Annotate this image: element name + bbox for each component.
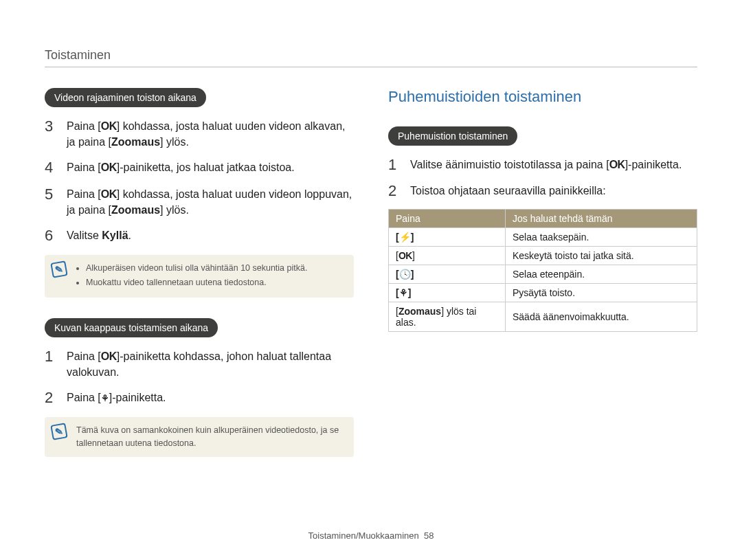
step-text: Valitse Kyllä. [67,227,131,243]
left-column: Videon rajaaminen toiston aikana 3 Paina… [45,88,354,478]
action-cell: Selaa eteenpäin. [506,265,697,284]
step-number: 1 [388,157,403,173]
bold-text: Zoomaus [111,136,160,148]
bold-text: Zoomaus [111,204,160,216]
timer-icon: [🕓] [396,269,414,280]
text-frag: ] ylös. [160,136,189,148]
table-header-row: Paina Jos haluat tehdä tämän [389,210,697,228]
controls-table: Paina Jos haluat tehdä tämän [⚡] Selaa t… [388,209,697,332]
page-header-title: Toistaminen [45,48,111,62]
step-number: 5 [45,186,60,203]
ok-key-icon: OK [101,188,117,200]
step-text: Toistoa ohjataan seuraavilla painikkeill… [410,183,606,199]
frame-capture-steps: 1 Paina [OK]-painiketta kohdassa, johon … [45,348,354,407]
bold-text: Zoomaus [398,306,441,317]
key-cell-timer: [🕓] [389,265,506,284]
pill-frame-capture: Kuvan kaappaus toistamisen aikana [45,318,218,337]
video-trim-steps: 3 Paina [OK] kohdassa, josta haluat uude… [45,118,354,244]
page-header: Toistaminen [45,48,697,67]
right-column: Puhemuistioiden toistaminen Puhemuistion… [388,88,697,478]
note-item: Alkuperäisen videon tulisi olla vähintää… [86,262,344,275]
key-cell-zoom: [Zoomaus] ylös tai alas. [389,302,506,332]
table-row: [⚡] Selaa taaksepäin. [389,228,697,247]
action-cell: Selaa taaksepäin. [506,228,697,247]
pill-voice-playback: Puhemuistion toistaminen [388,126,517,146]
table-header-action: Jos haluat tehdä tämän [506,210,697,228]
text-frag: Paina [ [67,120,101,132]
note-item: Muokattu video tallennetaan uutena tiedo… [86,276,344,289]
action-cell: Keskeytä toisto tai jatka sitä. [506,247,697,265]
note-icon: ✎ [50,423,67,440]
step-voice-2: 2 Toistoa ohjataan seuraavilla painikkei… [388,183,697,199]
macro-icon: [⚘] [396,287,411,298]
step-video-4: 4 Paina [OK]-painiketta, jos haluat jatk… [45,159,354,176]
key-cell-flash: [⚡] [389,228,506,247]
table-row: [OK] Keskeytä toisto tai jatka sitä. [389,247,697,265]
text-frag: Valitse [67,229,102,241]
text-frag: ]-painiketta, jos haluat jatkaa toistoa. [117,161,295,173]
step-number: 2 [388,183,403,199]
step-video-6: 6 Valitse Kyllä. [45,227,354,244]
ok-key-icon: OK [101,161,117,173]
text-frag: Paina [ [67,188,101,200]
footer-text: Toistaminen/Muokkaaminen [308,530,419,541]
step-text: Paina [OK] kohdassa, josta haluat uuden … [67,186,354,218]
step-voice-1: 1 Valitse äänimuistio toistotilassa ja p… [388,157,697,173]
step-text: Paina [OK]-painiketta kohdassa, johon ha… [67,348,354,380]
note-box-capture: ✎ Tämä kuva on samankokoinen kuin alkupe… [45,417,354,457]
key-cell-macro: [⚘] [389,284,506,302]
page-number: 58 [424,530,434,541]
content-columns: Videon rajaaminen toiston aikana 3 Paina… [45,88,697,478]
step-video-3: 3 Paina [OK] kohdassa, josta haluat uude… [45,118,354,150]
text-frag: Paina [ [67,161,101,173]
step-text: Paina [OK]-painiketta, jos haluat jatkaa… [67,159,295,175]
key-cell-ok: [OK] [389,247,506,265]
text-frag: Paina [ [67,392,101,403]
note-box-video: ✎ Alkuperäisen videon tulisi olla vähint… [45,255,354,298]
table-row: [Zoomaus] ylös tai alas. Säädä äänenvoim… [389,302,697,332]
text-frag: Valitse äänimuistio toistotilassa ja pai… [410,159,609,170]
text-frag: ]-painiketta. [109,392,166,403]
page-footer: Toistaminen/Muokkaaminen 58 [0,530,742,541]
step-capture-1: 1 Paina [OK]-painiketta kohdassa, johon … [45,348,354,380]
section-title-voice: Puhemuistioiden toistaminen [388,88,697,106]
table-row: [🕓] Selaa eteenpäin. [389,265,697,284]
action-cell: Pysäytä toisto. [506,284,697,302]
table-header-press: Paina [389,210,506,228]
bold-text: Kyllä [102,229,128,241]
flash-icon: [⚡] [396,232,414,243]
step-capture-2: 2 Paina []-painiketta. [45,390,354,406]
step-number: 3 [45,118,60,135]
step-number: 2 [45,390,60,406]
ok-key-icon: OK [101,120,117,132]
step-text: Valitse äänimuistio toistotilassa ja pai… [410,157,682,172]
step-text: Paina []-painiketta. [67,390,166,405]
action-cell: Säädä äänenvoimakkuutta. [506,302,697,332]
step-number: 6 [45,227,60,244]
text-frag: Paina [ [67,350,101,362]
step-number: 1 [45,348,60,365]
voice-playback-steps: 1 Valitse äänimuistio toistotilassa ja p… [388,157,697,199]
table-row: [⚘] Pysäytä toisto. [389,284,697,302]
note-list: Alkuperäisen videon tulisi olla vähintää… [76,262,344,289]
text-frag: ]-painiketta. [625,159,682,170]
step-text: Paina [OK] kohdassa, josta haluat uuden … [67,118,354,150]
note-text: Tämä kuva on samankokoinen kuin alkuperä… [76,425,339,448]
ok-key-icon: OK [398,250,412,261]
step-number: 4 [45,159,60,176]
ok-key-icon: OK [609,159,625,170]
note-icon: ✎ [50,260,67,278]
ok-key-icon: OK [101,350,117,362]
text-frag: ] ylös. [160,204,189,216]
step-video-5: 5 Paina [OK] kohdassa, josta haluat uude… [45,186,354,218]
pill-video-trim: Videon rajaaminen toiston aikana [45,88,206,107]
macro-icon [101,392,109,403]
text-frag: . [128,229,131,241]
